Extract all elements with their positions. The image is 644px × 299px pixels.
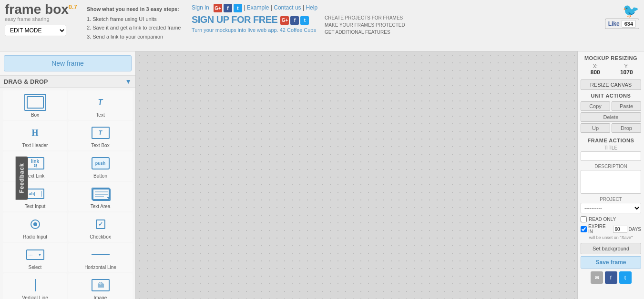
main-layout: New frame DRAG & DROP ▼ Box T Text H Tex… — [0, 51, 644, 299]
step-1: 1. Sketch frame using UI units — [87, 15, 182, 24]
text-link-label: Text Link — [26, 173, 44, 179]
fb-like-area: 🐦 Like 634 — [592, 3, 639, 29]
text-input-label: Text Input — [25, 204, 45, 209]
fb-like-label: Like — [608, 20, 620, 27]
read-only-label: READ ONLY — [589, 217, 616, 222]
right-panel: MOCKUP RESIZING X: 800 Y: 1070 RESIZE CA… — [577, 51, 644, 299]
signup-button-text[interactable]: SIGN UP FOR FREE — [192, 14, 278, 25]
text-box-icon: T — [90, 124, 112, 141]
set-background-button[interactable]: Set background — [581, 243, 641, 254]
help-link[interactable]: Help — [306, 4, 317, 11]
unit-text-area[interactable]: Text Area — [68, 182, 133, 211]
expire-in-label: EXPIRE IN — [588, 224, 612, 234]
will-unset-text: will be unset on "Save" — [581, 235, 641, 240]
unit-button[interactable]: push Button — [68, 151, 133, 181]
select-label: Select — [29, 265, 42, 270]
text-icon: T — [90, 94, 112, 111]
contact-us-link[interactable]: Contact us — [274, 4, 301, 11]
unit-checkbox[interactable]: ✓ Checkbox — [68, 212, 133, 242]
canvas-area[interactable] — [136, 51, 577, 299]
unit-horizontal-line[interactable]: Horizontal Line — [68, 243, 133, 272]
button-icon: push — [90, 155, 112, 172]
description-input[interactable] — [581, 170, 641, 194]
project-label: PROJECT — [581, 197, 641, 202]
mockup-text: Turn your mockups into live web app. 42 … — [192, 27, 316, 33]
steps-title: Show what you need in 3 easy steps: — [87, 5, 182, 14]
new-frame-button[interactable]: New frame — [4, 55, 132, 71]
email-share-icon[interactable]: ✉ — [591, 271, 603, 284]
drag-drop-arrow-icon[interactable]: ▼ — [125, 78, 132, 85]
x-field: X: 800 — [581, 64, 610, 76]
social-icons-signup: G+ f t — [280, 16, 309, 25]
select-icon: --- ▼ — [24, 246, 46, 263]
bottom-share-icons: ✉ f t — [581, 271, 641, 284]
unit-text[interactable]: T Text — [68, 90, 133, 120]
unit-actions-title: UNIT ACTIONS — [581, 93, 641, 99]
description-label: DESCRIPTION — [581, 164, 641, 169]
expire-checkbox[interactable] — [581, 226, 587, 232]
checkbox-label: Checkbox — [90, 234, 111, 239]
twitter-share-icon[interactable]: t — [619, 271, 632, 284]
unit-text-link[interactable]: link ⛓ Text Link — [3, 151, 67, 181]
logo-section: frame box0.7 easy frame sharing EDIT MOD… — [5, 3, 82, 36]
up-button[interactable]: Up — [581, 123, 610, 133]
title-input[interactable] — [581, 151, 641, 161]
unit-vertical-line[interactable]: Vertical Line — [3, 273, 67, 299]
google-plus-icon: G+ — [214, 4, 222, 12]
example-link[interactable]: Example — [247, 4, 269, 11]
project-select[interactable]: ---------- — [581, 203, 641, 213]
facebook-icon-top: f — [224, 4, 232, 12]
step-2: 2. Save it and get a link to created fra… — [87, 23, 182, 32]
sign-in-link[interactable]: Sign in — [192, 4, 209, 11]
radio-input-label: Radio Input — [23, 234, 47, 239]
twitter-bird-icon: 🐦 — [596, 3, 639, 19]
step-3: 3. Send a link to your companion — [87, 32, 182, 41]
horizontal-line-icon — [90, 246, 112, 263]
copy-button[interactable]: Copy — [581, 101, 610, 111]
paste-button[interactable]: Paste — [612, 101, 641, 111]
fb-like-count: 634 — [622, 20, 636, 28]
unit-radio-input[interactable]: Radio Input — [3, 212, 67, 242]
signup-left: SIGN UP FOR FREE G+ f t Turn your mockup… — [192, 14, 316, 33]
unit-box[interactable]: Box — [3, 90, 67, 120]
signup-text-row: SIGN UP FOR FREE G+ f t — [192, 14, 316, 26]
drop-button[interactable]: Drop — [612, 123, 641, 133]
title-label: TITLE — [581, 145, 641, 150]
box-icon — [24, 94, 46, 111]
unit-text-input[interactable]: ab| Text Input — [3, 182, 67, 211]
y-label: Y: — [624, 64, 629, 69]
text-header-label: Text Header — [22, 143, 48, 148]
unit-text-box[interactable]: T Text Box — [68, 121, 133, 150]
horizontal-line-label: Horizontal Line — [84, 265, 116, 270]
unit-text-header[interactable]: H Text Header — [3, 121, 67, 150]
button-label: Button — [93, 173, 107, 179]
text-area-label: Text Area — [91, 204, 111, 209]
xy-row: X: 800 Y: 1070 — [581, 64, 641, 76]
mode-select[interactable]: EDIT MODE PREVIEW MODE — [5, 25, 66, 36]
feedback-tab[interactable]: Feedback — [16, 156, 28, 199]
facebook-share-icon[interactable]: f — [605, 271, 617, 284]
text-header-icon: H — [24, 124, 46, 141]
text-box-label: Text Box — [91, 143, 109, 148]
unit-select[interactable]: --- ▼ Select — [3, 243, 67, 272]
top-bar: frame box0.7 easy frame sharing EDIT MOD… — [0, 0, 644, 51]
vertical-line-icon — [24, 277, 46, 294]
save-frame-button[interactable]: Save frame — [581, 256, 641, 269]
read-only-checkbox[interactable] — [581, 216, 587, 222]
image-icon — [90, 277, 112, 294]
resize-canvas-button[interactable]: RESIZE CANVAS — [581, 80, 641, 90]
x-label: X: — [593, 64, 597, 69]
y-field: Y: 1070 — [612, 64, 642, 76]
logo-title: frame box0.7 — [5, 3, 77, 16]
fb-like-button[interactable]: Like 634 — [605, 19, 639, 29]
delete-button[interactable]: Delete — [581, 112, 641, 122]
top-nav-links: Sign in G+ f t | Example | Contact us | … — [192, 4, 587, 12]
steps-section: Show what you need in 3 easy steps: 1. S… — [82, 3, 187, 41]
facebook-signup-icon: f — [290, 16, 299, 25]
unit-image[interactable]: Image — [68, 273, 133, 299]
expire-unit-label: DAYS — [629, 227, 642, 232]
expire-days-input[interactable] — [613, 226, 627, 233]
feedback-label: Feedback — [19, 163, 25, 193]
image-label: Image — [94, 295, 107, 299]
frame-actions-title: FRAME ACTIONS — [581, 138, 641, 143]
